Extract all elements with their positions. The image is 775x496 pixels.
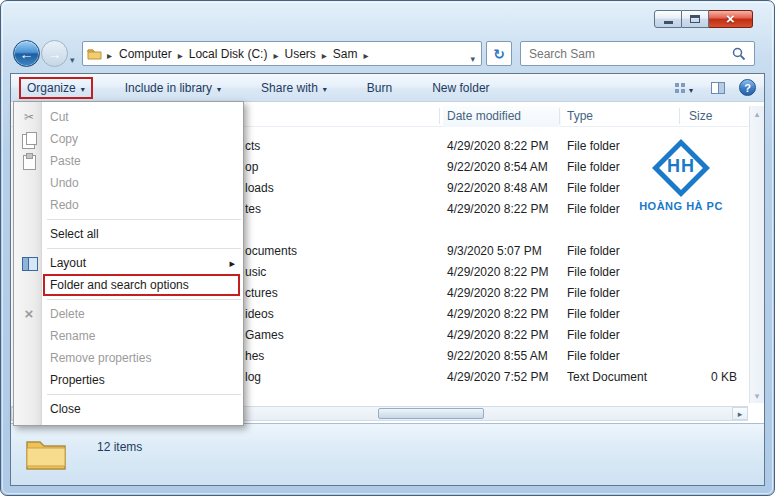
menu-item[interactable]: Close bbox=[14, 398, 243, 420]
menu-item[interactable]: Redo bbox=[14, 194, 243, 216]
file-name: ctures bbox=[245, 283, 278, 304]
toolbar-items: Organize Include in library Share with bbox=[11, 77, 498, 99]
file-date-modified: 4/29/2020 8:22 PM bbox=[447, 136, 548, 157]
column-header-size[interactable]: Size bbox=[685, 106, 712, 127]
menu-item-label: Properties bbox=[50, 373, 105, 387]
file-name: ocuments bbox=[245, 241, 297, 262]
toolbar-right-icons bbox=[671, 74, 756, 101]
toolbar-item[interactable]: Organize bbox=[19, 77, 93, 99]
file-date-modified: 9/22/2020 8:54 AM bbox=[447, 157, 548, 178]
recent-pages-chevron-icon[interactable] bbox=[70, 49, 80, 61]
breadcrumb-item[interactable]: Sam bbox=[329, 45, 371, 63]
toolbar-item[interactable]: Include in library bbox=[117, 77, 229, 99]
toolbar-item[interactable]: New folder bbox=[424, 77, 497, 99]
column-header-type[interactable]: Type bbox=[563, 106, 593, 127]
file-type: File folder bbox=[567, 199, 620, 220]
breadcrumb-items: Computer Local Disk (C:) Users bbox=[115, 45, 371, 63]
menu-item-label: Redo bbox=[50, 198, 79, 212]
chevron-down-icon bbox=[217, 81, 221, 95]
toolbar-item-label: New folder bbox=[432, 81, 489, 95]
menu-item-label: Delete bbox=[50, 307, 85, 321]
file-name: loads bbox=[245, 178, 274, 199]
menu-item[interactable] bbox=[14, 216, 243, 223]
close-button[interactable] bbox=[709, 10, 753, 28]
chevron-right-icon[interactable] bbox=[320, 45, 329, 63]
layout-icon bbox=[18, 252, 40, 274]
file-name: ideos bbox=[245, 304, 274, 325]
maximize-button[interactable] bbox=[682, 10, 709, 28]
preview-pane-button[interactable] bbox=[709, 80, 727, 96]
forward-button[interactable] bbox=[41, 40, 68, 67]
file-name: op bbox=[245, 157, 258, 178]
breadcrumb-item-label: Users bbox=[280, 47, 319, 61]
menu-item[interactable]: Select all bbox=[14, 223, 243, 245]
menu-item[interactable]: Properties bbox=[14, 369, 243, 391]
file-type: File folder bbox=[567, 325, 620, 346]
menu-item[interactable]: Rename bbox=[14, 325, 243, 347]
search-placeholder: Search Sam bbox=[529, 47, 732, 61]
refresh-button[interactable] bbox=[486, 41, 512, 66]
toolbar-item[interactable]: Burn bbox=[359, 77, 400, 99]
breadcrumb-item[interactable]: Users bbox=[280, 45, 328, 63]
folder-icon bbox=[25, 436, 67, 474]
folder-icon bbox=[87, 47, 102, 60]
menu-item-label: Remove properties bbox=[50, 351, 151, 365]
file-type: File folder bbox=[567, 178, 620, 199]
address-dropdown-icon[interactable] bbox=[470, 48, 475, 66]
chevron-right-icon[interactable] bbox=[362, 45, 371, 63]
vertical-scrollbar[interactable] bbox=[749, 106, 764, 403]
minimize-button[interactable] bbox=[654, 10, 682, 28]
column-divider[interactable] bbox=[439, 108, 440, 124]
horizontal-scrollbar-thumb[interactable] bbox=[378, 408, 484, 419]
search-input[interactable]: Search Sam bbox=[520, 41, 755, 66]
menu-item-label: Layout bbox=[50, 256, 86, 270]
scroll-down-arrow-icon[interactable] bbox=[750, 388, 764, 403]
menu-item-label: Paste bbox=[50, 154, 81, 168]
menu-item-label: Rename bbox=[50, 329, 95, 343]
menu-item[interactable]: Copy bbox=[14, 128, 243, 150]
explorer-window: Computer Local Disk (C:) Users bbox=[0, 0, 775, 496]
menu-item[interactable]: Paste bbox=[14, 150, 243, 172]
breadcrumb-item[interactable]: Local Disk (C:) bbox=[185, 45, 281, 63]
help-button[interactable] bbox=[739, 79, 756, 96]
scroll-up-arrow-icon[interactable] bbox=[750, 106, 764, 121]
column-divider[interactable] bbox=[679, 108, 680, 124]
column-divider[interactable] bbox=[559, 108, 560, 124]
column-header-date-modified[interactable]: Date modified bbox=[443, 106, 561, 127]
search-icon[interactable] bbox=[732, 47, 746, 61]
file-date-modified: 4/29/2020 7:52 PM bbox=[447, 367, 548, 388]
breadcrumb[interactable]: Computer Local Disk (C:) Users bbox=[82, 41, 482, 66]
scroll-right-arrow-icon[interactable] bbox=[732, 407, 748, 420]
menu-item[interactable]: Delete bbox=[14, 303, 243, 325]
menu-item[interactable] bbox=[14, 296, 243, 303]
file-date-modified: 4/29/2020 8:22 PM bbox=[447, 283, 548, 304]
menu-item[interactable] bbox=[14, 391, 243, 398]
menu-item[interactable]: Layout bbox=[14, 252, 243, 274]
menu-item-label: Select all bbox=[50, 227, 99, 241]
file-type: Text Document bbox=[567, 367, 647, 388]
items-count: 12 items bbox=[97, 440, 142, 454]
file-name: tes bbox=[245, 199, 261, 220]
navigation-bar: Computer Local Disk (C:) Users bbox=[10, 39, 765, 69]
breadcrumb-item-label: Local Disk (C:) bbox=[185, 47, 272, 61]
breadcrumb-item[interactable]: Computer bbox=[115, 45, 185, 63]
toolbar-item[interactable]: Share with bbox=[253, 77, 335, 99]
chevron-right-icon[interactable] bbox=[104, 45, 115, 63]
menu-item[interactable]: Cut bbox=[14, 106, 243, 128]
chevron-right-icon[interactable] bbox=[176, 45, 185, 63]
menu-item[interactable]: Remove properties bbox=[14, 347, 243, 369]
file-date-modified: 9/22/2020 8:48 AM bbox=[447, 178, 548, 199]
chevron-down-icon bbox=[323, 81, 327, 95]
menu-item[interactable] bbox=[14, 245, 243, 252]
file-name: log bbox=[245, 367, 261, 388]
menu-item[interactable]: Folder and search options bbox=[14, 274, 243, 296]
menu-item[interactable]: Undo bbox=[14, 172, 243, 194]
scissors-icon bbox=[18, 106, 40, 128]
chevron-right-icon[interactable] bbox=[271, 45, 280, 63]
change-view-button[interactable] bbox=[671, 76, 697, 100]
file-size bbox=[651, 283, 737, 304]
file-type: File folder bbox=[567, 241, 620, 262]
back-button[interactable] bbox=[13, 40, 40, 67]
file-size bbox=[651, 325, 737, 346]
toolbar-item-label: Burn bbox=[367, 81, 392, 95]
